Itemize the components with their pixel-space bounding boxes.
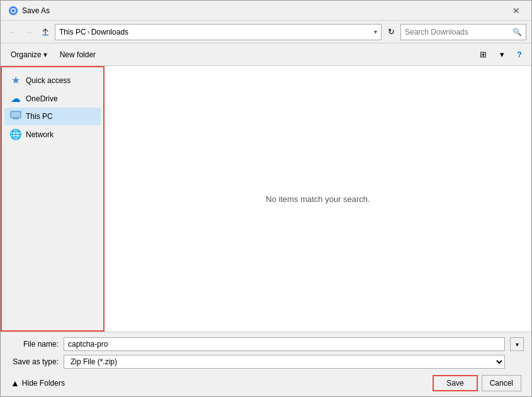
file-type-label: Save as type: <box>8 357 59 366</box>
onedrive-icon: ☁ <box>9 92 22 104</box>
address-bar: ← → This PC › Downloads ▾ ↻ 🔍 <box>1 21 531 43</box>
dialog-title: Save As <box>22 6 50 15</box>
sidebar-item-network[interactable]: 🌐 Network <box>4 125 101 143</box>
path-part-1: This PC <box>59 28 86 36</box>
svg-point-2 <box>12 9 15 12</box>
buttons-row: ▲ Hide Folders Save Cancel <box>8 375 524 391</box>
dialog-icon <box>8 6 18 16</box>
content-area: ★ Quick access ☁ OneDrive This PC <box>1 66 531 332</box>
file-type-select[interactable]: Zip File (*.zip) <box>64 355 505 369</box>
file-name-dropdown[interactable]: ▾ <box>510 337 524 351</box>
title-bar-left: Save As <box>8 6 50 16</box>
main-content: No items match your search. <box>105 66 531 332</box>
close-button[interactable]: ✕ <box>509 4 524 17</box>
organize-dropdown-icon: ▾ <box>43 50 47 59</box>
quick-access-icon: ★ <box>9 74 22 86</box>
sidebar: ★ Quick access ☁ OneDrive This PC <box>1 66 105 332</box>
sidebar-item-quick-access[interactable]: ★ Quick access <box>4 71 101 89</box>
quick-access-label: Quick access <box>26 76 71 85</box>
forward-button[interactable]: → <box>22 25 36 39</box>
svg-rect-3 <box>42 35 48 36</box>
cancel-button[interactable]: Cancel <box>482 375 521 391</box>
svg-rect-7 <box>13 119 19 120</box>
network-icon: 🌐 <box>9 128 22 140</box>
network-label: Network <box>26 130 54 139</box>
sidebar-item-this-pc[interactable]: This PC <box>4 108 101 125</box>
file-name-input[interactable] <box>64 337 505 351</box>
back-button[interactable]: ← <box>6 25 20 39</box>
onedrive-label: OneDrive <box>26 94 58 103</box>
organize-label: Organize <box>11 50 42 59</box>
this-pc-label: This PC <box>26 112 53 121</box>
help-button[interactable]: ? <box>512 48 526 62</box>
sidebar-item-onedrive[interactable]: ☁ OneDrive <box>4 89 101 108</box>
path-separator: › <box>88 28 90 36</box>
file-name-label: File name: <box>8 340 59 349</box>
svg-rect-6 <box>14 118 18 119</box>
file-name-row: File name: ▾ <box>8 337 524 351</box>
save-button[interactable]: Save <box>433 375 477 391</box>
up-button[interactable] <box>38 25 52 39</box>
search-box: 🔍 <box>400 24 526 40</box>
hide-folders-label: Hide Folders <box>22 379 65 388</box>
svg-rect-5 <box>11 112 20 117</box>
bottom-bar: File name: ▾ Save as type: Zip File (*.z… <box>1 332 531 396</box>
new-folder-button[interactable]: New folder <box>55 48 101 61</box>
file-type-row: Save as type: Zip File (*.zip) ▾ <box>8 355 524 369</box>
path-part-2: Downloads <box>91 28 128 36</box>
refresh-button[interactable]: ↻ <box>384 25 398 39</box>
path-parts: This PC › Downloads <box>59 28 371 36</box>
path-dropdown-arrow[interactable]: ▾ <box>374 28 377 35</box>
search-icon: 🔍 <box>512 28 522 36</box>
title-bar: Save As ✕ <box>1 1 531 21</box>
view-button[interactable]: ⊞ <box>475 47 491 63</box>
toolbar: Organize ▾ New folder ⊞ ▾ ? <box>1 43 531 66</box>
organize-button[interactable]: Organize ▾ <box>6 48 52 61</box>
action-buttons: Save Cancel <box>433 375 521 391</box>
empty-message: No items match your search. <box>266 194 370 204</box>
search-input[interactable] <box>405 28 512 36</box>
view-dropdown-button[interactable]: ▾ <box>494 47 510 63</box>
save-as-dialog: Save As ✕ ← → This PC › Downloads ▾ ↻ 🔍 <box>0 0 532 397</box>
this-pc-icon <box>9 111 22 122</box>
hide-folders-icon: ▲ <box>11 378 20 388</box>
address-path[interactable]: This PC › Downloads ▾ <box>55 24 382 40</box>
hide-folders-button[interactable]: ▲ Hide Folders <box>11 378 65 388</box>
